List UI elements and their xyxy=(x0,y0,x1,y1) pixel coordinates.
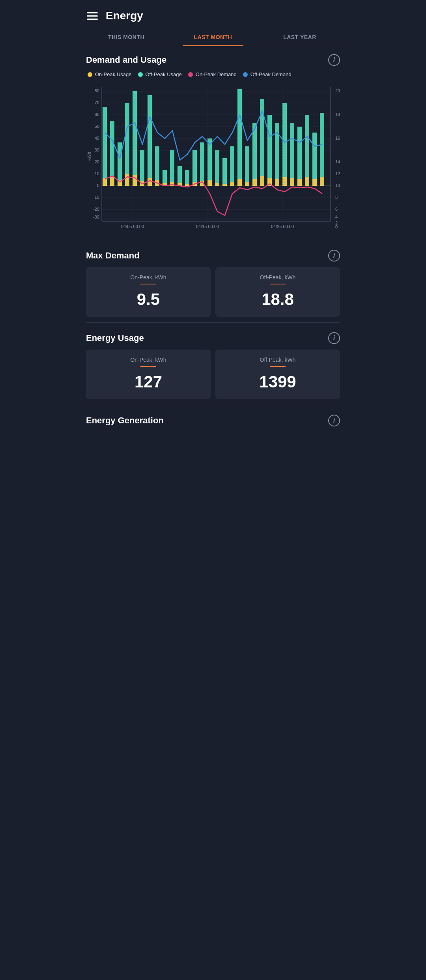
divider-3 xyxy=(86,405,340,405)
legend-on-peak-demand: On-Peak Demand xyxy=(188,71,237,77)
tab-last-month[interactable]: LAST MONTH xyxy=(170,28,256,46)
energy-generation-section: Energy Generation i xyxy=(79,407,347,436)
svg-text:04/15 00:00: 04/15 00:00 xyxy=(196,224,219,229)
tab-last-year[interactable]: LAST YEAR xyxy=(256,28,343,46)
energy-usage-off-peak-card: Off-Peak, kWh 1399 xyxy=(215,350,340,399)
energy-usage-off-peak-label: Off-Peak, kWh xyxy=(260,357,296,363)
on-peak-usage-dot xyxy=(88,72,92,77)
svg-rect-57 xyxy=(222,158,227,186)
svg-text:70: 70 xyxy=(95,100,99,105)
svg-text:20: 20 xyxy=(95,159,99,164)
svg-text:0: 0 xyxy=(335,224,338,229)
svg-rect-99 xyxy=(312,179,317,186)
tab-this-month[interactable]: THIS MONTH xyxy=(83,28,170,46)
demand-usage-header: Demand and Usage i xyxy=(86,54,340,66)
svg-text:04/05 00:00: 04/05 00:00 xyxy=(121,224,144,229)
svg-rect-58 xyxy=(230,146,234,186)
svg-text:14: 14 xyxy=(335,159,340,164)
hamburger-menu[interactable] xyxy=(87,12,98,20)
energy-generation-info-icon[interactable]: i xyxy=(328,415,340,426)
svg-rect-44 xyxy=(125,103,129,186)
energy-generation-header: Energy Generation i xyxy=(86,415,340,426)
svg-text:12: 12 xyxy=(335,171,340,176)
svg-rect-88 xyxy=(230,182,234,186)
svg-text:20: 20 xyxy=(335,88,340,93)
svg-rect-63 xyxy=(267,115,272,186)
svg-rect-56 xyxy=(215,150,219,186)
svg-rect-51 xyxy=(178,166,182,186)
demand-usage-section: Demand and Usage i On-Peak Usage Off-Pea… xyxy=(79,46,347,238)
svg-rect-98 xyxy=(305,177,309,186)
svg-rect-97 xyxy=(297,179,302,186)
on-peak-divider xyxy=(140,284,156,284)
energy-usage-off-peak-value: 1399 xyxy=(259,372,296,391)
svg-rect-52 xyxy=(185,170,189,186)
on-peak-demand-dot xyxy=(188,72,193,77)
energy-generation-title: Energy Generation xyxy=(86,415,164,426)
max-demand-on-peak-card: On-Peak, kWh 9.5 xyxy=(86,267,211,317)
svg-text:0: 0 xyxy=(97,183,99,188)
svg-rect-71 xyxy=(103,178,107,186)
svg-rect-95 xyxy=(282,177,287,186)
svg-text:60: 60 xyxy=(95,112,99,117)
svg-text:18: 18 xyxy=(335,112,340,117)
svg-text:6: 6 xyxy=(335,207,338,211)
energy-usage-info-icon[interactable]: i xyxy=(328,332,340,344)
svg-rect-55 xyxy=(207,138,212,186)
svg-text:04/25 00:00: 04/25 00:00 xyxy=(271,224,294,229)
max-demand-grid: On-Peak, kWh 9.5 Off-Peak, kWh 18.8 xyxy=(86,267,340,317)
max-demand-header: Max Demand i xyxy=(86,250,340,262)
divider-1 xyxy=(86,240,340,240)
max-demand-title: Max Demand xyxy=(86,251,140,261)
svg-rect-65 xyxy=(282,103,287,186)
svg-rect-60 xyxy=(245,146,249,186)
svg-text:-10: -10 xyxy=(93,195,99,200)
svg-rect-46 xyxy=(140,150,144,186)
svg-text:10: 10 xyxy=(335,183,340,188)
svg-rect-47 xyxy=(148,95,152,186)
svg-rect-41 xyxy=(103,107,107,186)
svg-text:-30: -30 xyxy=(93,215,99,219)
energy-usage-on-peak-card: On-Peak, kWh 127 xyxy=(86,350,211,399)
svg-rect-100 xyxy=(320,177,324,186)
svg-rect-43 xyxy=(118,142,122,186)
svg-rect-59 xyxy=(237,89,242,186)
energy-usage-on-peak-label: On-Peak, kWh xyxy=(130,357,166,363)
tabs-bar: THIS MONTH LAST MONTH LAST YEAR xyxy=(79,28,347,46)
max-demand-on-peak-label: On-Peak, kWh xyxy=(130,274,166,281)
demand-usage-info-icon[interactable]: i xyxy=(328,54,340,66)
svg-rect-92 xyxy=(260,176,264,186)
svg-rect-50 xyxy=(170,150,174,186)
svg-rect-68 xyxy=(305,115,309,186)
svg-text:50: 50 xyxy=(95,124,99,129)
chart-svg: 80 70 60 50 40 30 20 10 0 -10 -20 -30 kW… xyxy=(86,81,340,231)
svg-rect-69 xyxy=(312,133,317,186)
energy-usage-section: Energy Usage i On-Peak, kWh 127 Off-Peak… xyxy=(79,324,347,403)
svg-rect-82 xyxy=(185,184,189,186)
energy-usage-header: Energy Usage i xyxy=(86,332,340,344)
svg-rect-70 xyxy=(320,113,324,186)
energy-on-peak-divider xyxy=(140,366,156,367)
svg-text:40: 40 xyxy=(95,136,99,140)
svg-rect-96 xyxy=(290,178,294,186)
off-peak-demand-dot xyxy=(243,72,248,77)
max-demand-off-peak-card: Off-Peak, kWh 18.8 xyxy=(215,267,340,317)
header: Energy xyxy=(79,0,347,28)
svg-rect-75 xyxy=(133,175,137,186)
svg-text:-20: -20 xyxy=(93,207,99,211)
max-demand-off-peak-label: Off-Peak, kWh xyxy=(260,274,296,281)
svg-rect-87 xyxy=(222,184,227,186)
svg-rect-53 xyxy=(192,150,197,186)
svg-rect-54 xyxy=(200,142,204,186)
svg-text:kWh: kWh xyxy=(87,152,92,161)
energy-usage-title: Energy Usage xyxy=(86,333,144,343)
legend-on-peak-usage: On-Peak Usage xyxy=(88,71,132,77)
page-title: Energy xyxy=(106,9,143,22)
svg-rect-67 xyxy=(297,127,302,186)
svg-text:10: 10 xyxy=(95,171,99,176)
energy-usage-grid: On-Peak, kWh 127 Off-Peak, kWh 1399 xyxy=(86,350,340,399)
legend-off-peak-usage: Off-Peak Usage xyxy=(138,71,182,77)
legend-off-peak-demand: Off-Peak Demand xyxy=(243,71,291,77)
max-demand-info-icon[interactable]: i xyxy=(328,250,340,262)
svg-rect-45 xyxy=(133,91,137,186)
